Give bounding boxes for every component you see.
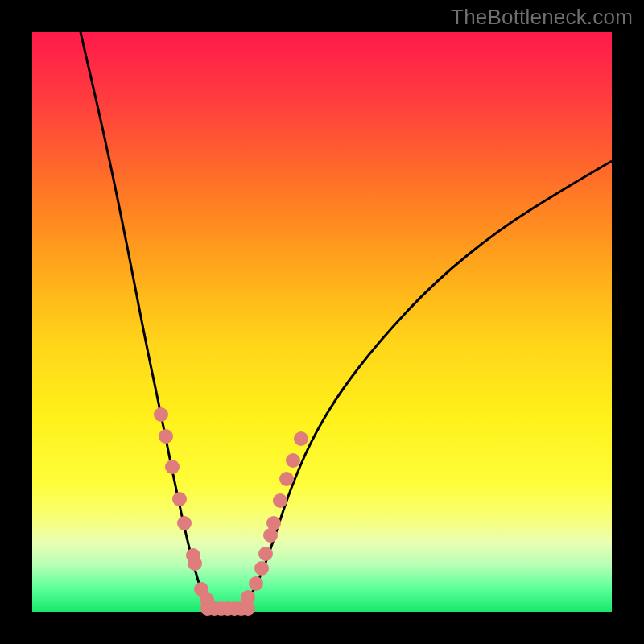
marker-dot [241, 601, 255, 616]
marker-dot [294, 431, 308, 446]
marker-dot [249, 576, 263, 591]
marker-dot [172, 492, 187, 506]
curve-left-branch [80, 32, 225, 612]
markers-trough [200, 601, 255, 616]
chart-frame: TheBottleneck.com [0, 0, 644, 644]
marker-dot [266, 516, 281, 530]
marker-dot [254, 561, 269, 576]
marker-dot [258, 547, 273, 561]
curve-svg [32, 32, 612, 612]
marker-dot [165, 460, 180, 474]
watermark-text: TheBottleneck.com [451, 5, 633, 30]
marker-dot [154, 407, 168, 422]
curve-right-branch [225, 161, 612, 612]
markers-left [154, 407, 214, 607]
marker-dot [286, 453, 300, 468]
marker-dot [279, 472, 294, 486]
marker-dot [273, 493, 287, 508]
marker-dot [177, 516, 192, 530]
marker-dot [188, 556, 202, 571]
plot-area [32, 32, 612, 612]
markers-right [241, 431, 308, 605]
marker-dot [159, 429, 173, 444]
